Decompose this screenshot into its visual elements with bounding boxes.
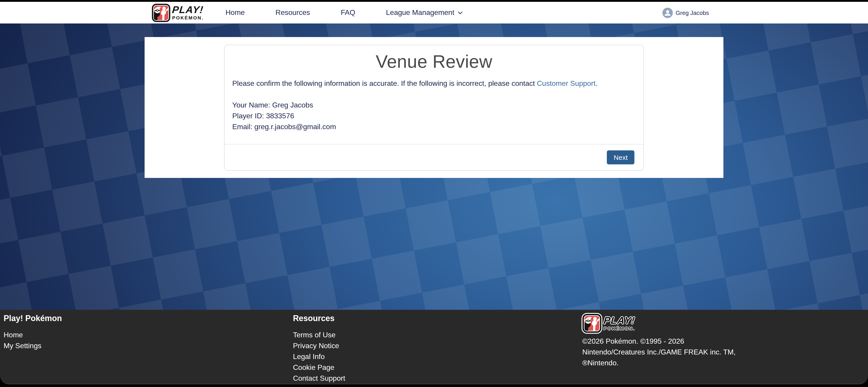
footer: Play! Pokémon Home My Settings Resources…	[0, 310, 868, 387]
footer-link-terms-of-use[interactable]: Terms of Use	[293, 330, 579, 341]
play-pokemon-logo[interactable]: PLAY! POKÉMON.	[152, 3, 204, 22]
brand-pokemon-text: POKÉMON.	[603, 326, 635, 331]
footer-heading-play-pokemon: Play! Pokémon	[4, 314, 289, 323]
pokeball-logo-icon	[152, 3, 170, 22]
player-email-line: Email: greg.r.jacobs@gmail.com	[232, 122, 636, 132]
page: PLAY! POKÉMON. Home Resources FAQ League…	[0, 0, 868, 387]
next-button[interactable]: Next	[607, 150, 634, 164]
footer-column-legal: PLAY! POKÉMON. ©2026 Pokémon. ©1995 - 20…	[579, 314, 868, 384]
nav-item-faq[interactable]: FAQ	[341, 8, 355, 17]
footer-link-cookie-page[interactable]: Cookie Page	[293, 362, 579, 373]
footer-link-home[interactable]: Home	[4, 330, 289, 341]
chevron-down-icon	[458, 10, 463, 15]
brand-play-text: PLAY!	[172, 5, 205, 15]
footer-column-resources: Resources Terms of Use Privacy Notice Le…	[289, 314, 579, 384]
footer-heading-resources: Resources	[293, 314, 579, 323]
footer-link-legal-info[interactable]: Legal Info	[293, 351, 579, 362]
customer-support-link[interactable]: Customer Support	[537, 79, 595, 87]
user-avatar-icon	[663, 7, 673, 18]
copyright-text: ©2026 Pokémon. ©1995 - 2026 Nintendo/Cre…	[582, 336, 739, 368]
confirm-instructions: Please confirm the following information…	[232, 78, 636, 89]
top-black-strip	[0, 0, 868, 2]
top-navbar: PLAY! POKÉMON. Home Resources FAQ League…	[0, 2, 868, 24]
footer-link-contact-support[interactable]: Contact Support	[293, 373, 579, 384]
footer-link-privacy-notice[interactable]: Privacy Notice	[293, 341, 579, 351]
user-name: Greg Jacobs	[676, 9, 709, 16]
nav-item-resources[interactable]: Resources	[275, 8, 310, 17]
footer-column-play-pokemon: Play! Pokémon Home My Settings	[0, 314, 289, 384]
pokeball-logo-icon	[582, 314, 601, 333]
footer-play-pokemon-logo: PLAY! POKÉMON.	[582, 314, 868, 333]
player-name-line: Your Name: Greg Jacobs	[232, 100, 636, 110]
page-title: Venue Review	[232, 52, 636, 72]
nav-item-league-management[interactable]: League Management	[386, 8, 463, 17]
user-menu[interactable]: Greg Jacobs	[663, 7, 709, 18]
player-info: Your Name: Greg Jacobs Player ID: 383357…	[232, 100, 636, 132]
hero-background: Venue Review Please confirm the followin…	[0, 24, 868, 310]
nav-item-home[interactable]: Home	[225, 8, 245, 17]
content-panel: Venue Review Please confirm the followin…	[145, 37, 723, 178]
venue-review-card: Venue Review Please confirm the followin…	[224, 45, 644, 171]
brand-play-text: PLAY!	[603, 316, 636, 326]
main-nav: Home Resources FAQ League Management	[225, 8, 463, 17]
footer-link-my-settings[interactable]: My Settings	[4, 341, 289, 351]
brand-pokemon-text: POKÉMON.	[172, 15, 204, 20]
player-id-line: Player ID: 3833576	[232, 110, 636, 122]
